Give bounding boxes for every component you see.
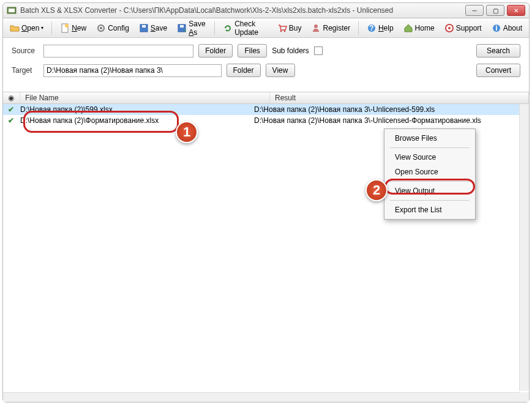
cart-icon (277, 23, 287, 33)
header-result[interactable]: Result (270, 92, 529, 103)
check-update-button[interactable]: Check Update (220, 18, 271, 39)
window-title: Batch XLS & XLSX Converter - C:\Users\ПК… (20, 6, 465, 15)
search-button[interactable]: Search (476, 44, 520, 58)
refresh-icon (223, 23, 233, 33)
table-row[interactable]: ✔ D:\Новая папка (2)\599.xlsx D:\Новая п… (3, 104, 529, 115)
config-button[interactable]: Config (93, 21, 132, 35)
open-button[interactable]: Open ▾ (7, 21, 47, 35)
source-input[interactable] (43, 45, 193, 58)
home-icon (403, 23, 413, 33)
support-button[interactable]: Support (441, 21, 485, 35)
header-check-icon[interactable]: ◉ (3, 92, 20, 103)
separator (390, 200, 470, 201)
save-button[interactable]: Save (136, 21, 170, 35)
new-doc-icon (60, 23, 70, 33)
svg-rect-1 (9, 9, 15, 12)
svg-point-11 (283, 30, 285, 32)
scroll-corner (519, 392, 529, 402)
about-button[interactable]: i About (489, 21, 525, 35)
ctx-browse-files[interactable]: Browse Files (386, 131, 473, 146)
check-icon: ✔ (8, 116, 20, 125)
minimize-button[interactable]: ─ (465, 5, 484, 16)
maximize-button[interactable]: ▢ (486, 5, 504, 16)
source-folder-button[interactable]: Folder (198, 44, 233, 58)
gear-icon (96, 23, 106, 33)
register-button[interactable]: Register (308, 21, 353, 35)
context-menu: Browse Files View Source Open Source Vie… (384, 128, 476, 220)
svg-point-16 (448, 27, 451, 29)
ctx-open-source[interactable]: Open Source (386, 165, 473, 179)
buy-button[interactable]: Buy (274, 21, 305, 35)
close-button[interactable]: ✕ (507, 5, 525, 16)
user-icon (311, 23, 321, 33)
file-name-cell: D:\Новая папка (2)\Форматирование.xlsx (20, 116, 254, 125)
vertical-scrollbar[interactable] (519, 104, 529, 391)
svg-point-12 (314, 24, 318, 28)
svg-point-5 (100, 27, 102, 29)
separator (390, 181, 470, 182)
result-cell: D:\Новая папка (2)\Новая папка 3\-Unlice… (254, 105, 524, 114)
save-as-button[interactable]: Save As (174, 18, 209, 39)
view-button[interactable]: View (266, 64, 295, 77)
svg-point-10 (280, 30, 282, 32)
save-icon (139, 23, 149, 33)
svg-rect-9 (180, 25, 184, 28)
result-cell: D:\Новая папка (2)\Новая папка 3\-Unlice… (254, 116, 524, 125)
home-button[interactable]: Home (400, 21, 438, 35)
file-name-cell: D:\Новая папка (2)\599.xlsx (20, 105, 254, 114)
svg-text:i: i (495, 24, 497, 32)
check-icon: ✔ (8, 105, 20, 114)
support-icon (444, 23, 454, 33)
help-icon: ? (367, 23, 377, 33)
target-folder-button[interactable]: Folder (227, 64, 261, 77)
info-icon: i (492, 23, 501, 33)
title-bar: Batch XLS & XLSX Converter - C:\Users\ПК… (2, 2, 530, 18)
subfolders-label: Sub folders (272, 46, 309, 55)
horizontal-scrollbar[interactable] (3, 392, 519, 402)
help-button[interactable]: ? Help (364, 21, 397, 35)
svg-rect-7 (142, 25, 146, 28)
svg-point-3 (65, 24, 69, 28)
ctx-view-output[interactable]: View Output (386, 184, 473, 198)
header-filename[interactable]: File Name (20, 92, 270, 103)
save-as-icon (177, 23, 187, 33)
target-label: Target (12, 66, 39, 75)
toolbar: Open ▾ New Config Save Save As (3, 18, 529, 38)
target-input[interactable] (43, 64, 222, 77)
grid-header: ◉ File Name Result (3, 92, 529, 104)
table-row[interactable]: ✔ D:\Новая папка (2)\Форматирование.xlsx… (3, 115, 529, 126)
subfolders-checkbox[interactable] (314, 46, 323, 55)
ctx-export-list[interactable]: Export the List (386, 202, 473, 217)
convert-button[interactable]: Convert (476, 64, 520, 77)
new-button[interactable]: New (57, 21, 89, 35)
ctx-view-source[interactable]: View Source (386, 150, 473, 165)
files-button[interactable]: Files (238, 44, 267, 58)
folder-open-icon (10, 23, 20, 33)
source-label: Source (12, 46, 39, 55)
dropdown-arrow-icon: ▾ (41, 25, 43, 31)
svg-text:?: ? (369, 24, 373, 32)
form-area: Source Folder Files Sub folders Search T… (3, 38, 529, 92)
app-icon (7, 6, 17, 15)
separator (390, 147, 470, 148)
